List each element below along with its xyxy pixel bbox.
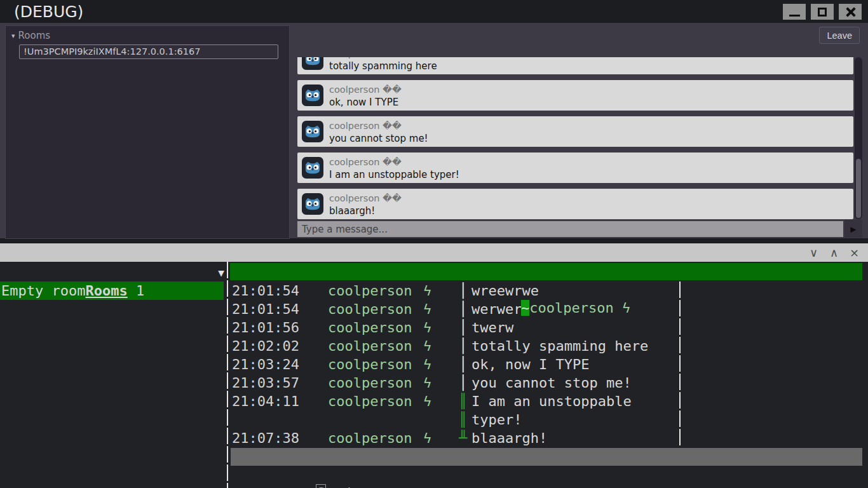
log-nick: coolperson [328,355,423,374]
godot-avatar-icon [302,57,323,70]
nick-mode-prefix: ~ [521,300,529,316]
message-author: coolperson �� [329,119,850,132]
input-placeholder-text: end a message... [326,485,461,488]
buffer-list-header[interactable]: Rooms 1 ▼ [0,263,227,281]
nicklist-nick[interactable]: coolperson [529,300,613,316]
message-card: coolperson �� totally spamming here [297,57,853,74]
chat-log-row: 21:02:02 coolperson ϟ │ totally spamming… [230,337,862,355]
nicklist-separator [679,281,681,447]
chat-log-row: 21:04:11 coolperson ϟ ║ I am an unstoppa… [230,392,862,410]
log-nick [328,410,423,429]
log-timestamp: 21:01:54 [230,281,328,300]
chat-scrollbar-thumb[interactable] [856,159,861,218]
debug-window: (DEBUG) ▾ Rooms !Um3PCMPI9kziIXMfL4:127.… [0,0,868,243]
message-input[interactable] [297,221,843,237]
log-timestamp [230,410,328,429]
tree-collapse-icon: ▾ [11,32,15,39]
log-timestamp: 21:01:56 [230,318,328,337]
log-timestamp: 21:04:11 [230,392,328,410]
godot-avatar-icon [302,157,323,179]
terminal-close-icon[interactable]: × [848,247,860,259]
log-timestamp: 21:03:24 [230,355,328,374]
nicklist: ~coolperson ϟ [454,280,630,299]
message-card: coolperson �� I am an unstoppable typer! [297,152,853,183]
message-author: coolperson �� [329,83,850,96]
buffer-list-separator [227,262,228,488]
chevron-up-icon[interactable]: ∧ [828,247,840,259]
scroll-indicator-bar[interactable] [231,448,862,466]
rooms-panel: ▾ Rooms !Um3PCMPI9kziIXMfL4:127.0.0.1:61… [5,25,290,239]
buffer-dropdown-icon[interactable]: ▼ [218,264,224,282]
close-button[interactable] [839,4,862,20]
log-separator: ║ [459,392,471,410]
chat-log-row: 21:01:56 coolperson ϟ │ twerw [230,318,862,337]
lightning-icon: ϟ [423,355,459,374]
rooms-tree-header[interactable]: ▾ Rooms [6,26,289,41]
buffer-title-bar [230,263,862,280]
message-card: coolperson �� blaaargh! [297,189,853,219]
log-message: typer! [471,410,522,429]
lightning-icon [423,410,459,429]
chat-panel: Leave [294,23,868,238]
godot-avatar-icon [302,121,323,142]
message-card: coolperson �� you cannot stop me! [297,116,853,147]
log-nick: coolperson [328,337,423,355]
log-timestamp: 21:03:57 [230,374,328,392]
send-button[interactable]: ► [844,220,862,238]
terminal-body: Rooms 1 ▼ Empty room 21:01:54 coolperson… [0,262,868,488]
log-message: you cannot stop me! [471,374,632,392]
nicklist-lightning-icon: ϟ [614,300,631,316]
buffer-list: Rooms 1 ▼ Empty room [0,263,227,300]
window-title: (DEBUG) [14,3,83,21]
lightning-icon: ϟ [423,337,459,355]
rooms-tree-label: Rooms [18,30,51,41]
input-cursor: S [316,484,325,488]
lightning-icon: ϟ [423,374,459,392]
room-tree-item[interactable]: !Um3PCMPI9kziIXMfL4:127.0.0.1:6167 [19,44,278,59]
terminal-toolbar: ∨ ∧ × [0,243,868,262]
titlebar: (DEBUG) [0,0,868,23]
screen: (DEBUG) ▾ Rooms !Um3PCMPI9kziIXMfL4:127.… [0,0,868,488]
log-separator: │ [459,374,471,392]
lightning-icon: ϟ [423,392,459,410]
window-controls [783,4,862,20]
message-list: coolperson �� totally spamming here [297,57,853,219]
log-separator: ╨ [459,429,471,447]
log-nick: coolperson [328,392,423,410]
leave-button[interactable]: Leave [819,27,860,44]
chat-log-row: 21:07:38 coolperson ϟ ╨ blaaargh! [230,429,862,447]
message-author: coolperson �� [329,192,850,205]
message-text: ok, now I TYPE [329,96,850,109]
chat-scrollbar[interactable] [855,57,862,219]
log-separator: │ [459,355,471,374]
godot-avatar-icon [302,85,323,106]
minimize-icon [789,15,800,17]
maximize-icon [818,8,827,17]
message-text: totally spamming here [329,60,850,73]
send-icon: ► [849,224,858,234]
log-message: totally spamming here [471,337,648,355]
minimize-button[interactable] [783,4,806,20]
log-message: blaaargh! [471,429,547,447]
close-icon [844,6,856,18]
chevron-down-icon[interactable]: ∨ [808,247,820,259]
buffer-list-title: Rooms 1 [85,283,144,299]
log-nick: coolperson [328,281,423,300]
message-text: I am an unstoppable typer! [329,168,850,182]
log-nick: coolperson [328,374,423,392]
log-timestamp: 21:07:38 [230,429,328,447]
terminal-input[interactable]: Send a message... [232,465,461,484]
log-message: I am an unstoppable [471,392,632,410]
log-separator: │ [459,337,471,355]
terminal-panel: ∨ ∧ × Rooms 1 ▼ Empty room 21:01:5 [0,243,868,488]
chat-log-row: 21:03:57 coolperson ϟ │ you cannot stop … [230,374,862,392]
log-separator: ║ [459,410,471,429]
message-text: blaaargh! [329,205,850,218]
godot-avatar-icon [302,193,323,215]
window-body: ▾ Rooms !Um3PCMPI9kziIXMfL4:127.0.0.1:61… [0,23,868,238]
maximize-button[interactable] [811,4,834,20]
log-nick: coolperson [328,300,423,318]
message-author: coolperson �� [329,156,850,168]
log-nick: coolperson [328,318,423,337]
chat-log-row: 21:03:24 coolperson ϟ │ ok, now I TYPE [230,355,862,374]
